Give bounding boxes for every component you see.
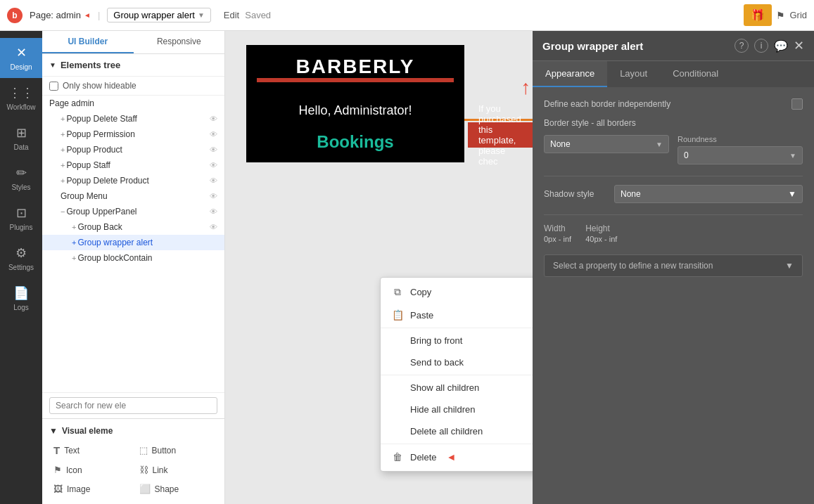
comment-icon[interactable]: 💬: [774, 39, 788, 53]
ctx-delete-all-children[interactable]: Delete all children: [381, 420, 533, 442]
info-icon[interactable]: i: [754, 39, 768, 53]
ctx-copy-label: Copy: [410, 287, 431, 297]
shape-icon: ⬜: [139, 484, 151, 494]
ctx-delete[interactable]: 🗑 Delete ◄: [381, 446, 533, 468]
tree-item-popup-delete-product[interactable]: + Popup Delete Product 👁: [42, 173, 224, 188]
canvas-header: BARBERLY: [246, 45, 464, 93]
icon-sidebar: ✕ Design ⋮⋮ Workflow ⊞ Data ✏ Styles ⊡ P…: [0, 31, 42, 504]
tab-ui-builder[interactable]: UI Builder: [42, 31, 134, 53]
elements-panel: UI Builder Responsive ▼ Elements tree On…: [42, 31, 225, 504]
paste-icon: 📋: [392, 309, 403, 321]
roundness-select[interactable]: 0 ▼: [678, 146, 803, 164]
ctx-hide-all-children[interactable]: Hide all children: [381, 399, 533, 420]
ctx-send-to-back[interactable]: Send to back: [381, 351, 533, 373]
sidebar-item-logs[interactable]: 📄 Logs: [0, 278, 42, 318]
eye-icon[interactable]: 👁: [210, 130, 217, 138]
tree-item-popup-product[interactable]: + Popup Product 👁: [42, 142, 224, 157]
ctx-show-all-children[interactable]: Show all children: [381, 377, 533, 399]
right-panel-tabs: Appearance Layout Conditional: [533, 61, 814, 87]
tree-item-group-blockcontain[interactable]: + Group blockContain: [42, 250, 224, 266]
tree-item-popup-staff[interactable]: + Popup Staff 👁: [42, 157, 224, 173]
ctx-send-back-label: Send to back: [410, 357, 464, 368]
ctx-hide-children-label: Hide all children: [410, 404, 476, 415]
right-panel-title: Group wrapper alert: [542, 40, 734, 52]
roundness-label: Roundness: [678, 135, 803, 143]
context-menu: ⧉ Copy 📋 Paste Bring to front Send to ba…: [380, 277, 533, 472]
prefix-icon: −: [61, 207, 65, 216]
shadow-label: Shadow style: [544, 189, 614, 199]
eye-icon[interactable]: 👁: [210, 176, 217, 185]
search-input[interactable]: [49, 397, 217, 414]
section-divider-2: [544, 214, 803, 215]
ctx-divider-1: [381, 328, 533, 328]
styles-icon: ✏: [16, 165, 27, 181]
eye-icon[interactable]: 👁: [210, 161, 217, 169]
tree-item-popup-permission[interactable]: + Popup Permission 👁: [42, 127, 224, 142]
define-border-checkbox[interactable]: [791, 98, 803, 110]
close-icon[interactable]: ✕: [794, 38, 804, 53]
visual-header-label: Visual eleme: [62, 426, 113, 436]
visual-item-label: Link: [153, 465, 168, 475]
section-divider-1: [544, 176, 803, 176]
canvas-frame: BARBERLY Hello, Administrator! Bookings: [246, 45, 464, 162]
ctx-bring-to-front[interactable]: Bring to front: [381, 330, 533, 351]
sidebar-item-design[interactable]: ✕ Design: [0, 38, 42, 78]
height-value: 40px - inf: [585, 235, 617, 243]
panel-tabs: UI Builder Responsive: [42, 31, 224, 54]
sidebar-label-plugins: Plugins: [10, 224, 33, 231]
component-dropdown[interactable]: Group wrapper alert ▼: [107, 8, 211, 22]
border-style-select[interactable]: None ▼: [544, 135, 669, 153]
visual-item-shape[interactable]: ⬜ Shape: [135, 481, 218, 497]
sidebar-item-settings[interactable]: ⚙ Settings: [0, 238, 42, 278]
visual-item-link[interactable]: ⛓ Link: [135, 462, 218, 478]
tree-item-group-menu[interactable]: Group Menu 👁: [42, 188, 224, 204]
tree-item-popup-delete-staff[interactable]: + Popup Delete Staff 👁: [42, 111, 224, 127]
logo: b: [7, 8, 23, 23]
sidebar-item-styles[interactable]: ✏ Styles: [0, 158, 42, 198]
visual-item-label: Text: [64, 446, 80, 455]
border-style-row: None ▼ Roundness 0 ▼: [544, 135, 803, 164]
visual-item-label: Icon: [66, 465, 82, 475]
tree-item-group-wrapper-alert[interactable]: + Group wrapper alert: [42, 235, 224, 250]
visual-item-label: Image: [67, 484, 90, 494]
button-icon: ⬚: [139, 445, 148, 455]
top-bar-right: 🎁 ⚑ Grid: [744, 4, 807, 26]
ctx-copy[interactable]: ⧉ Copy: [381, 280, 533, 304]
tab-appearance[interactable]: Appearance: [533, 61, 607, 87]
workflow-icon: ⋮⋮: [8, 85, 34, 101]
visual-item-icon[interactable]: ⚑ Icon: [49, 462, 132, 478]
shadow-select[interactable]: None ▼: [614, 185, 803, 203]
delete-red-arrow: ◄: [447, 451, 457, 463]
hide-checkbox-input[interactable]: [49, 82, 58, 91]
right-panel-content: Define each border independently Border …: [533, 87, 814, 504]
sidebar-item-plugins[interactable]: ⊡ Plugins: [0, 198, 42, 238]
visual-item-button[interactable]: ⬚ Button: [135, 441, 218, 459]
ctx-paste[interactable]: 📋 Paste: [381, 304, 533, 326]
collapse-icon[interactable]: ▼: [49, 426, 58, 436]
eye-icon[interactable]: 👁: [210, 223, 217, 231]
tree-item-group-back[interactable]: + Group Back 👁: [42, 219, 224, 235]
tree-item-group-upperpanel[interactable]: − Group UpperPanel 👁: [42, 204, 224, 219]
transition-bar[interactable]: Select a property to define a new transi…: [544, 254, 803, 277]
grid-label: Grid: [789, 10, 807, 20]
edit-label[interactable]: Edit: [224, 10, 239, 20]
tree-collapse-icon[interactable]: ▼: [49, 61, 56, 69]
eye-icon[interactable]: 👁: [210, 115, 217, 123]
help-icon[interactable]: ?: [734, 39, 749, 53]
tab-responsive[interactable]: Responsive: [134, 31, 225, 53]
eye-icon[interactable]: 👁: [210, 207, 217, 216]
tree-item-page-admin[interactable]: Page admin: [42, 96, 224, 111]
sidebar-item-workflow[interactable]: ⋮⋮ Workflow: [0, 78, 42, 118]
tab-layout[interactable]: Layout: [607, 61, 660, 87]
visual-item-text[interactable]: T Text: [49, 441, 132, 459]
visual-item-image[interactable]: 🖼 Image: [49, 481, 132, 497]
gift-button[interactable]: 🎁: [744, 4, 772, 26]
sidebar-label-settings: Settings: [8, 264, 34, 271]
tree-list: Page admin + Popup Delete Staff 👁 + Popu…: [42, 96, 224, 392]
eye-icon[interactable]: 👁: [210, 146, 217, 154]
tab-conditional[interactable]: Conditional: [660, 61, 731, 87]
eye-icon[interactable]: 👁: [210, 192, 217, 200]
flag-button[interactable]: ⚑: [776, 10, 785, 21]
canvas-area: If you purchased this template, please c…: [225, 31, 533, 504]
sidebar-item-data[interactable]: ⊞ Data: [0, 118, 42, 158]
